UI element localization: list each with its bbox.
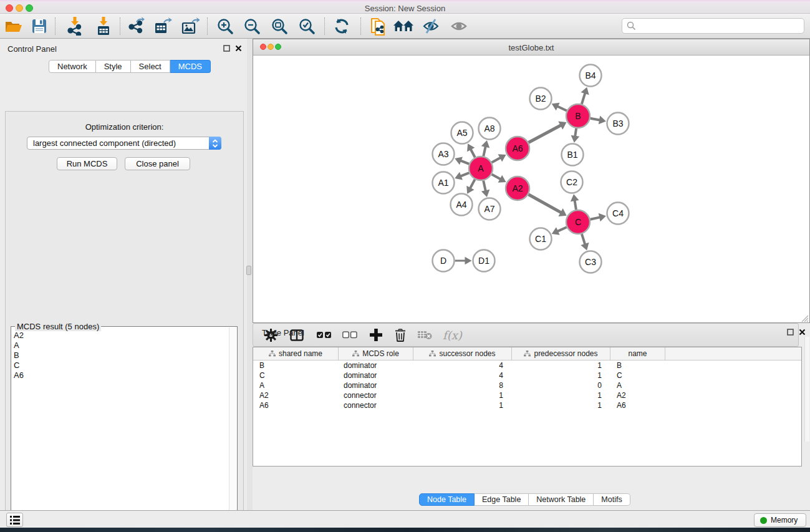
graph-edge-B-B4[interactable] xyxy=(582,92,586,104)
graph-node-D[interactable]: D xyxy=(433,250,455,272)
function-builder-icon[interactable]: f(x) xyxy=(443,329,462,342)
mcds-result-item[interactable]: B xyxy=(14,351,24,360)
graph-node-A6[interactable]: A6 xyxy=(506,137,529,160)
open-session-button[interactable] xyxy=(3,16,24,36)
tab-network-table[interactable]: Network Table xyxy=(529,493,594,506)
graph-edge-A-A3[interactable] xyxy=(460,160,470,164)
mcds-result-item[interactable]: A2 xyxy=(14,331,24,341)
zoom-selected-button[interactable] xyxy=(296,16,317,36)
tab-node-table[interactable]: Node Table xyxy=(419,493,475,506)
graph-edge-A-A6[interactable] xyxy=(492,157,501,162)
graph-node-C1[interactable]: C1 xyxy=(530,228,552,250)
float-panel-icon[interactable] xyxy=(787,329,794,336)
close-panel-icon[interactable] xyxy=(799,329,806,336)
show-selected-button[interactable] xyxy=(448,16,470,36)
graph-node-A5[interactable]: A5 xyxy=(451,122,473,144)
task-history-button[interactable] xyxy=(6,513,23,527)
export-network-button[interactable] xyxy=(125,16,147,36)
hide-selected-button[interactable] xyxy=(420,16,441,36)
column-header-predecessor-nodes[interactable]: predecessor nodes xyxy=(512,347,610,360)
table-row[interactable]: A dominator 8 0 A xyxy=(253,380,801,390)
graph-edge-C-C4[interactable] xyxy=(591,217,601,220)
graph-edge-B-B2[interactable] xyxy=(557,106,567,110)
float-panel-icon[interactable] xyxy=(223,45,230,52)
tab-select[interactable]: Select xyxy=(131,60,170,73)
deselect-all-checkboxes-icon[interactable] xyxy=(342,331,357,339)
refresh-layout-button[interactable] xyxy=(331,16,352,36)
show-all-button[interactable] xyxy=(393,16,414,36)
table-scrollbar[interactable] xyxy=(804,337,809,442)
export-image-button[interactable] xyxy=(180,16,201,36)
tab-motifs[interactable]: Motifs xyxy=(594,493,630,506)
mcds-result-scrollbar[interactable] xyxy=(229,327,236,532)
run-mcds-button[interactable]: Run MCDS xyxy=(57,157,117,170)
close-panel-icon[interactable] xyxy=(235,45,242,52)
graph-edge-A2-C[interactable] xyxy=(528,195,561,213)
add-column-plus-icon[interactable] xyxy=(370,329,382,341)
graph-node-A1[interactable]: A1 xyxy=(433,172,455,194)
tab-network[interactable]: Network xyxy=(49,60,96,73)
graph-node-A3[interactable]: A3 xyxy=(433,143,455,165)
resize-grip-icon[interactable] xyxy=(799,313,809,322)
graph-edge-B-B3[interactable] xyxy=(591,118,600,120)
close-panel-button[interactable]: Close panel xyxy=(125,157,190,170)
table-row[interactable]: A2 connector 1 1 A2 xyxy=(253,390,801,400)
graph-node-D1[interactable]: D1 xyxy=(473,250,495,272)
graph-node-A4[interactable]: A4 xyxy=(451,194,473,216)
select-stepper[interactable] xyxy=(209,137,221,150)
zoom-out-button[interactable] xyxy=(241,16,263,36)
select-all-checkboxes-icon[interactable] xyxy=(317,331,332,339)
graph-node-A7[interactable]: A7 xyxy=(479,198,501,220)
vertical-divider-grip[interactable] xyxy=(246,266,251,275)
export-table-button[interactable] xyxy=(152,16,173,36)
graph-edge-C-C1[interactable] xyxy=(557,227,567,231)
graph-edge-A6-B[interactable] xyxy=(529,125,562,142)
table-row[interactable]: C dominator 4 1 C xyxy=(253,370,801,380)
tab-mcds[interactable]: MCDS xyxy=(170,60,211,73)
graph-edge-A-A1[interactable] xyxy=(460,173,470,177)
graph-node-C2[interactable]: C2 xyxy=(561,172,583,193)
mcds-result-item[interactable]: A xyxy=(14,341,24,351)
search-field[interactable] xyxy=(622,18,804,34)
graph-node-B4[interactable]: B4 xyxy=(580,65,602,87)
graph-node-B3[interactable]: B3 xyxy=(607,113,629,135)
graph-edge-A-A2[interactable] xyxy=(492,175,501,180)
graph-node-C[interactable]: C xyxy=(566,210,590,234)
table-row[interactable]: B dominator 4 1 B xyxy=(253,360,801,370)
graph-node-A2[interactable]: A2 xyxy=(506,177,529,200)
zoom-fit-button[interactable] xyxy=(269,16,290,36)
new-network-button[interactable] xyxy=(368,16,389,36)
graph-edge-A-A4[interactable] xyxy=(470,180,475,189)
graph-node-B2[interactable]: B2 xyxy=(530,88,552,110)
import-table-button[interactable] xyxy=(93,16,114,36)
mcds-result-item[interactable]: A6 xyxy=(14,370,24,380)
graph-edge-A-A5[interactable] xyxy=(470,148,475,157)
network-canvas[interactable]: AA1A2A3A4A5A6A7A8BB1B2B3B4CC1C2C3C4DD1 xyxy=(253,56,809,322)
graph-node-C3[interactable]: C3 xyxy=(580,251,602,273)
search-input[interactable] xyxy=(636,21,792,31)
graph-edge-C-C3[interactable] xyxy=(582,234,586,245)
column-header-name[interactable]: name xyxy=(610,347,665,360)
graph-edge-A-A7[interactable] xyxy=(483,181,486,192)
graph-edge-C-C2[interactable] xyxy=(574,200,576,210)
graph-edge-A-A8[interactable] xyxy=(483,146,486,157)
graph-node-B[interactable]: B xyxy=(566,104,590,128)
column-header-successor-nodes[interactable]: successor nodes xyxy=(413,347,512,360)
tab-edge-table[interactable]: Edge Table xyxy=(475,493,529,506)
optimization-criterion-select[interactable]: largest connected component (directed) xyxy=(27,137,221,150)
column-header-shared-name[interactable]: shared name xyxy=(253,347,339,360)
mcds-result-item[interactable]: C xyxy=(14,360,24,370)
import-network-button[interactable] xyxy=(64,16,85,36)
graph-edge-B-B1[interactable] xyxy=(575,128,576,137)
network-window-titlebar[interactable]: testGlobe.txt xyxy=(253,39,809,56)
zoom-in-button[interactable] xyxy=(215,16,236,36)
tab-style[interactable]: Style xyxy=(96,60,131,73)
delete-column-trash-icon[interactable] xyxy=(395,329,406,342)
graph-node-C4[interactable]: C4 xyxy=(607,203,629,225)
graph-node-A8[interactable]: A8 xyxy=(479,118,501,140)
graph-node-A[interactable]: A xyxy=(469,157,493,180)
delete-table-icon[interactable] xyxy=(418,330,432,340)
memory-button[interactable]: Memory xyxy=(754,513,806,527)
graph-node-B1[interactable]: B1 xyxy=(562,144,584,166)
table-row[interactable]: A6 connector 1 1 A6 xyxy=(253,400,801,410)
